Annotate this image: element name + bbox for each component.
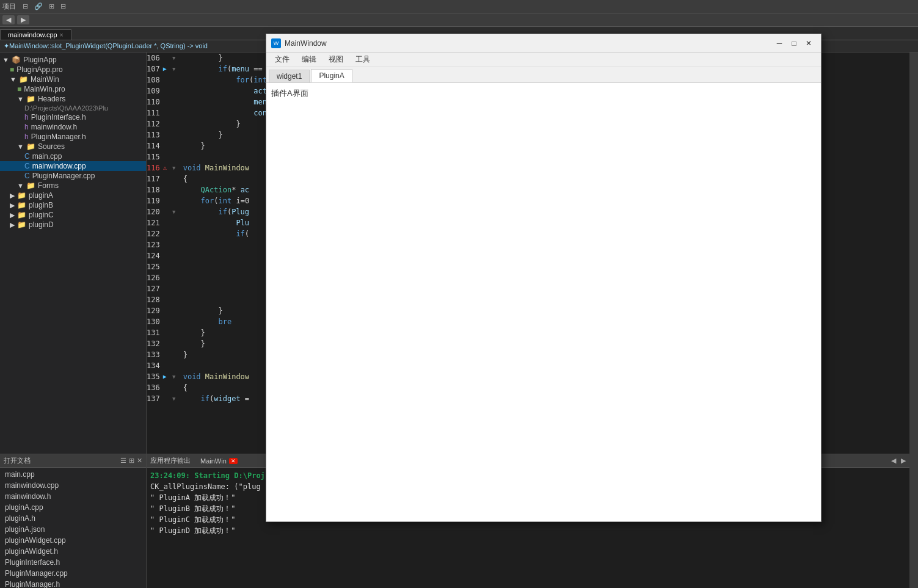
markers-col: ▶ ⚠ — [160, 53, 170, 454]
split-icon[interactable]: ⊟ — [59, 2, 68, 10]
dialog-close-button[interactable]: ✕ — [801, 37, 816, 49]
menu-item-edit[interactable]: 编辑 — [296, 53, 322, 66]
tree-label: D:\Projects\Qt\AAA2023\Plu — [24, 104, 108, 112]
tree-item-pluginapp[interactable]: ▼ 📦 PluginApp — [0, 55, 146, 65]
nav-forward-button[interactable]: ▶ — [17, 15, 29, 24]
output-tab-label: MainWin — [200, 457, 227, 465]
folder-icon: 📁 — [17, 211, 26, 219]
tree-item-mainwin[interactable]: ▼ 📁 MainWin — [0, 74, 146, 84]
line-num: 129 — [147, 305, 160, 316]
doc-item-pluginmanager-cpp[interactable]: PluginManager.cpp — [0, 568, 146, 579]
nav-back-button[interactable]: ◀ — [2, 15, 15, 24]
doc-item-plugina-h[interactable]: pluginA.h — [0, 513, 146, 524]
tree-label: pluginC — [29, 211, 54, 219]
folder-icon: 📁 — [19, 75, 28, 84]
output-nav-next[interactable]: ▶ — [901, 457, 906, 465]
tree-item-sources[interactable]: ▼ 📁 Sources — [0, 142, 146, 151]
line-num: 120 — [147, 206, 160, 217]
output-nav-prev[interactable]: ◀ — [891, 457, 896, 465]
top-bar: 项目 ⊟ 🔗 ⊞ ⊟ — [0, 0, 918, 13]
doc-item-pluginawidget-cpp[interactable]: pluginAWidget.cpp — [0, 535, 146, 546]
open-docs-panel: 打开文档 ☰ ⊞ ✕ main.cpp mainwindow.cpp mainw… — [0, 454, 146, 588]
open-docs-list: main.cpp mainwindow.cpp mainwindow.h plu… — [0, 468, 146, 588]
line-num: 121 — [147, 217, 160, 228]
tree-item-pluginc[interactable]: ▶ 📁 pluginC — [0, 210, 146, 220]
tree-label: MainWin.pro — [24, 85, 65, 93]
cpp-file-icon: C — [24, 152, 30, 161]
dialog-tab-widget1[interactable]: widget1 — [269, 70, 310, 82]
tree-item-pluginb[interactable]: ▶ 📁 pluginB — [0, 200, 146, 210]
folder-icon: 📁 — [26, 181, 35, 190]
doc-item-main-cpp[interactable]: main.cpp — [0, 469, 146, 480]
tab-label: mainwindow.cpp — [8, 31, 57, 38]
tree-label: Sources — [38, 142, 65, 151]
pro-icon: ■ — [17, 85, 21, 93]
doc-item-pluginawidget-h[interactable]: pluginAWidget.h — [0, 546, 146, 557]
line-num: 134 — [147, 360, 160, 371]
tree-item-pluginapp-pro[interactable]: ■ PluginApp.pro — [0, 65, 146, 74]
line-num: 107 — [147, 64, 160, 74]
line-num: 125 — [147, 261, 160, 272]
output-tab-mainwin[interactable]: MainWin ✕ — [195, 456, 242, 466]
tab-close-icon[interactable]: × — [60, 32, 64, 38]
line-num: 106 — [147, 53, 160, 64]
tree-label: main.cpp — [32, 152, 62, 161]
line-numbers: 106 107 108 109 110 111 112 113 114 115 … — [147, 53, 160, 454]
doc-item-pluginmanager-h[interactable]: PluginManager.h — [0, 579, 146, 588]
tree-item-plugina[interactable]: ▶ 📁 pluginA — [0, 191, 146, 200]
file-tab-mainwindow-cpp[interactable]: mainwindow.cpp × — [0, 29, 71, 40]
tree-item-mainwindow-cpp[interactable]: C mainwindow.cpp — [0, 161, 146, 171]
tree-label: MainWin — [31, 75, 59, 84]
dialog-maximize-button[interactable]: □ — [787, 37, 801, 49]
line-num: 109 — [147, 85, 160, 96]
pro-icon: ■ — [10, 65, 14, 74]
dialog-minimize-button[interactable]: ─ — [772, 37, 787, 49]
line-num: 135 — [147, 371, 160, 382]
project-tree: ▼ 📦 PluginApp ■ PluginApp.pro ▼ 📁 MainWi… — [0, 53, 146, 454]
line-num: 132 — [147, 338, 160, 349]
line-num: 115 — [147, 151, 160, 162]
breadcrumb-text: ✦MainWindow::slot_PluginWidget(QPluginLo… — [4, 42, 208, 50]
tree-label: PluginManager.cpp — [32, 172, 95, 180]
tree-label: PluginManager.h — [31, 132, 86, 141]
tree-item-mainwindow-h[interactable]: h mainwindow.h — [0, 122, 146, 132]
line-num: 117 — [147, 173, 160, 184]
dialog-body: 插件A界面 — [266, 83, 821, 521]
tree-label: PluginInterface.h — [31, 113, 86, 122]
line-num: 113 — [147, 129, 160, 140]
menu-item-tools[interactable]: 工具 — [349, 53, 376, 66]
tree-label: pluginB — [29, 201, 53, 209]
dialog-tab-plugina[interactable]: PluginA — [311, 69, 352, 82]
menu-item-file[interactable]: 文件 — [269, 53, 296, 66]
doc-item-plugininterface-h[interactable]: PluginInterface.h — [0, 557, 146, 568]
tree-item-mainwin-pro[interactable]: ■ MainWin.pro — [0, 84, 146, 94]
tree-label: pluginA — [29, 191, 53, 200]
doc-item-plugina-json[interactable]: pluginA.json — [0, 524, 146, 535]
tree-item-main-cpp[interactable]: C main.cpp — [0, 151, 146, 161]
h-file-icon: h — [24, 123, 29, 131]
panel-settings-icon[interactable]: ☰ — [120, 457, 126, 465]
doc-item-mainwindow-cpp[interactable]: mainwindow.cpp — [0, 480, 146, 491]
dialog-window[interactable]: W MainWindow ─ □ ✕ 文件 编辑 视图 工具 widget1 P… — [266, 34, 821, 522]
top-bar-icons: ⊟ 🔗 ⊞ ⊟ — [21, 2, 68, 10]
tree-item-plugind[interactable]: ▶ 📁 pluginD — [0, 220, 146, 230]
menu-item-view[interactable]: 视图 — [322, 53, 349, 66]
filter-icon[interactable]: ⊟ — [21, 2, 30, 10]
panel-close-icon[interactable]: ✕ — [137, 457, 142, 465]
tree-item-forms[interactable]: ▼ 📁 Forms — [0, 181, 146, 191]
tree-item-pluginmanager-cpp[interactable]: C PluginManager.cpp — [0, 171, 146, 181]
tree-item-headers-path: D:\Projects\Qt\AAA2023\Plu — [0, 104, 146, 112]
line-num: 114 — [147, 140, 160, 151]
tree-item-headers[interactable]: ▼ 📁 Headers — [0, 94, 146, 104]
tree-label: Forms — [38, 181, 59, 190]
doc-item-plugina-cpp[interactable]: pluginA.cpp — [0, 502, 146, 513]
add-icon[interactable]: ⊞ — [47, 2, 56, 10]
output-tab-close[interactable]: ✕ — [229, 458, 238, 464]
line-num: 137 — [147, 393, 160, 404]
panel-split-icon[interactable]: ⊞ — [129, 457, 134, 465]
doc-item-mainwindow-h[interactable]: mainwindow.h — [0, 491, 146, 502]
link-icon[interactable]: 🔗 — [32, 2, 45, 10]
tree-item-pluginmanager-h[interactable]: h PluginManager.h — [0, 132, 146, 142]
line-num: 111 — [147, 107, 160, 118]
tree-item-plugininterface-h[interactable]: h PluginInterface.h — [0, 112, 146, 122]
